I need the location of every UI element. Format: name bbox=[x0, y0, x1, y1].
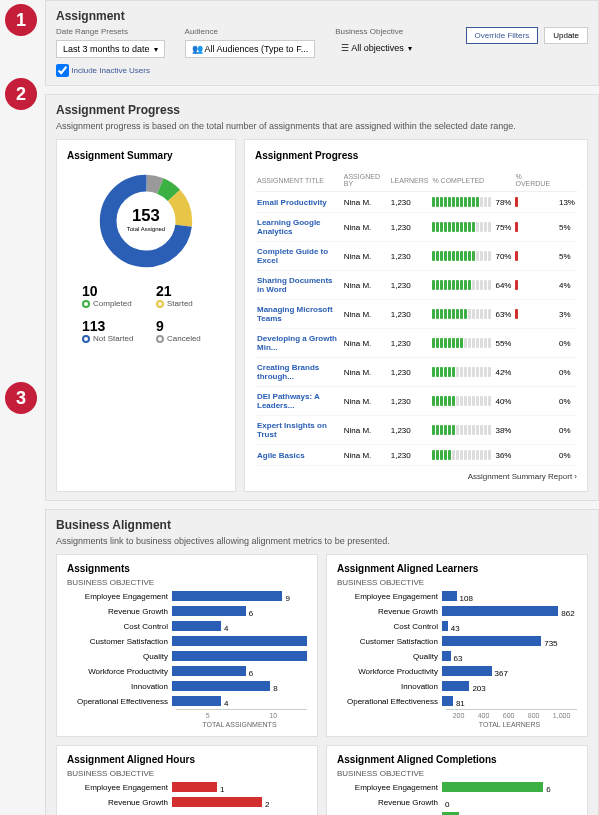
bar-row: Employee Engagement108 bbox=[337, 589, 577, 603]
chart-title: Assignments bbox=[67, 563, 307, 574]
chart-panel: AssignmentsBUSINESS OBJECTIVEEmployee En… bbox=[56, 554, 318, 737]
bar-row: Revenue Growth2 bbox=[67, 795, 307, 809]
override-filters-button[interactable]: Override Filters bbox=[466, 27, 539, 44]
chart-panel: Assignment Aligned LearnersBUSINESS OBJE… bbox=[326, 554, 588, 737]
bar-row: Workforce Productivity367 bbox=[337, 664, 577, 678]
bar-row: Workforce Productivity6 bbox=[67, 664, 307, 678]
assignment-link[interactable]: Managing Microsoft Teams bbox=[255, 300, 342, 329]
chart-title: Assignment Aligned Hours bbox=[67, 754, 307, 765]
progress-table: ASSIGNMENT TITLEASSIGNED BYLEARNERS% COM… bbox=[255, 169, 577, 466]
bar-row: Revenue Growth0 bbox=[337, 795, 577, 809]
alignment-title: Business Alignment bbox=[56, 518, 588, 532]
table-row: Managing Microsoft TeamsNina M.1,23063%3… bbox=[255, 300, 577, 329]
alignment-section: Business Alignment Assignments link to b… bbox=[45, 509, 599, 815]
summary-title: Assignment Summary bbox=[67, 150, 225, 161]
audience-input[interactable]: 👥 All Audiences (Type to F... bbox=[185, 40, 316, 58]
bar-row: Revenue Growth862 bbox=[337, 604, 577, 618]
objective-label: Business Objective bbox=[335, 27, 435, 36]
objective-select[interactable]: ☰ All objectives▾ bbox=[335, 40, 435, 56]
chart-axis-label: BUSINESS OBJECTIVE bbox=[67, 769, 307, 778]
date-range-select[interactable]: Last 3 months to date▾ bbox=[56, 40, 165, 58]
chart-x-label: TOTAL ASSIGNMENTS bbox=[172, 721, 307, 728]
include-inactive-checkbox[interactable]: Include Inactive Users bbox=[56, 64, 588, 77]
assignment-section: Assignment Date Range Presets Last 3 mon… bbox=[45, 0, 599, 86]
stat-item: 113Not Started bbox=[82, 318, 136, 343]
bar-row: Cost Control43 bbox=[337, 619, 577, 633]
chart-panel: Assignment Aligned CompletionsBUSINESS O… bbox=[326, 745, 588, 815]
assignment-link[interactable]: Developing a Growth Min... bbox=[255, 329, 342, 358]
table-header: LEARNERS bbox=[389, 169, 431, 192]
chevron-down-icon: ▾ bbox=[408, 44, 412, 53]
chart-axis-label: BUSINESS OBJECTIVE bbox=[337, 769, 577, 778]
table-row: Agile BasicsNina M.1,23036%0% bbox=[255, 445, 577, 466]
bar-row: Cost Control4 bbox=[67, 619, 307, 633]
bar-row: Employee Engagement1 bbox=[67, 780, 307, 794]
stat-item: 9Canceled bbox=[156, 318, 210, 343]
alignment-subtitle: Assignments link to business objectives … bbox=[56, 536, 588, 546]
assignment-link[interactable]: Agile Basics bbox=[255, 445, 342, 466]
bar-row: Innovation203 bbox=[337, 679, 577, 693]
progress-table-panel: Assignment Progress ASSIGNMENT TITLEASSI… bbox=[244, 139, 588, 492]
update-button[interactable]: Update bbox=[544, 27, 588, 44]
date-range-label: Date Range Presets bbox=[56, 27, 165, 36]
summary-panel: Assignment Summary 153 Total Assigned 10… bbox=[56, 139, 236, 492]
assignment-link[interactable]: Complete Guide to Excel bbox=[255, 242, 342, 271]
table-header: ASSIGNMENT TITLE bbox=[255, 169, 342, 192]
bar-row: Cost Control1 bbox=[337, 810, 577, 815]
chart-axis-label: BUSINESS OBJECTIVE bbox=[337, 578, 577, 587]
progress-section: Assignment Progress Assignment progress … bbox=[45, 94, 599, 501]
bar-row: Operational Effectiveness81 bbox=[337, 694, 577, 708]
table-row: Sharing Documents in WordNina M.1,23064%… bbox=[255, 271, 577, 300]
bar-row: Quality11 bbox=[67, 649, 307, 663]
assignment-link[interactable]: Expert Insights on Trust bbox=[255, 416, 342, 445]
table-row: Expert Insights on TrustNina M.1,23038%0… bbox=[255, 416, 577, 445]
bar-row: Quality63 bbox=[337, 649, 577, 663]
assignment-link[interactable]: DEI Pathways: A Leaders... bbox=[255, 387, 342, 416]
chevron-down-icon: ▾ bbox=[154, 45, 158, 54]
summary-donut-chart: 153 Total Assigned bbox=[96, 171, 196, 271]
chart-axis-label: BUSINESS OBJECTIVE bbox=[67, 578, 307, 587]
bar-row: Employee Engagement6 bbox=[337, 780, 577, 794]
assignment-link[interactable]: Learning Google Analytics bbox=[255, 213, 342, 242]
summary-report-link[interactable]: Assignment Summary Report › bbox=[255, 472, 577, 481]
chart-title: Assignment Aligned Completions bbox=[337, 754, 577, 765]
chart-panel: Assignment Aligned HoursBUSINESS OBJECTI… bbox=[56, 745, 318, 815]
assignment-link[interactable]: Creating Brands through... bbox=[255, 358, 342, 387]
stat-item: 10Completed bbox=[82, 283, 136, 308]
bar-row: Customer Satisfaction11 bbox=[67, 634, 307, 648]
assignment-title: Assignment bbox=[56, 9, 588, 23]
stat-item: 21Started bbox=[156, 283, 210, 308]
step-badge-3: 3 bbox=[5, 382, 37, 414]
step-badge-1: 1 bbox=[5, 4, 37, 36]
svg-text:Total Assigned: Total Assigned bbox=[127, 226, 165, 232]
list-icon: ☰ bbox=[341, 43, 349, 53]
bar-row: Operational Effectiveness4 bbox=[67, 694, 307, 708]
table-header bbox=[493, 169, 513, 192]
bar-row: Customer Satisfaction735 bbox=[337, 634, 577, 648]
assignment-link[interactable]: Email Productivity bbox=[255, 192, 342, 213]
svg-text:153: 153 bbox=[132, 206, 160, 225]
table-header: % COMPLETED bbox=[430, 169, 493, 192]
table-row: Learning Google AnalyticsNina M.1,23075%… bbox=[255, 213, 577, 242]
audience-label: Audience bbox=[185, 27, 316, 36]
progress-subtitle: Assignment progress is based on the tota… bbox=[56, 121, 588, 131]
table-row: Creating Brands through...Nina M.1,23042… bbox=[255, 358, 577, 387]
chart-title: Assignment Aligned Learners bbox=[337, 563, 577, 574]
assignment-link[interactable]: Sharing Documents in Word bbox=[255, 271, 342, 300]
progress-table-title: Assignment Progress bbox=[255, 150, 577, 161]
chart-x-label: TOTAL LEARNERS bbox=[442, 721, 577, 728]
table-row: Email ProductivityNina M.1,23078%13% bbox=[255, 192, 577, 213]
table-header bbox=[557, 169, 577, 192]
table-header: % OVERDUE bbox=[513, 169, 557, 192]
bar-row: Revenue Growth6 bbox=[67, 604, 307, 618]
bar-row: Cost Control0 bbox=[67, 810, 307, 815]
table-row: DEI Pathways: A Leaders...Nina M.1,23040… bbox=[255, 387, 577, 416]
progress-title: Assignment Progress bbox=[56, 103, 588, 117]
bar-row: Innovation8 bbox=[67, 679, 307, 693]
table-row: Complete Guide to ExcelNina M.1,23070%5% bbox=[255, 242, 577, 271]
step-badge-2: 2 bbox=[5, 78, 37, 110]
bar-row: Employee Engagement9 bbox=[67, 589, 307, 603]
table-header: ASSIGNED BY bbox=[342, 169, 389, 192]
table-row: Developing a Growth Min...Nina M.1,23055… bbox=[255, 329, 577, 358]
people-icon: 👥 bbox=[192, 44, 203, 54]
